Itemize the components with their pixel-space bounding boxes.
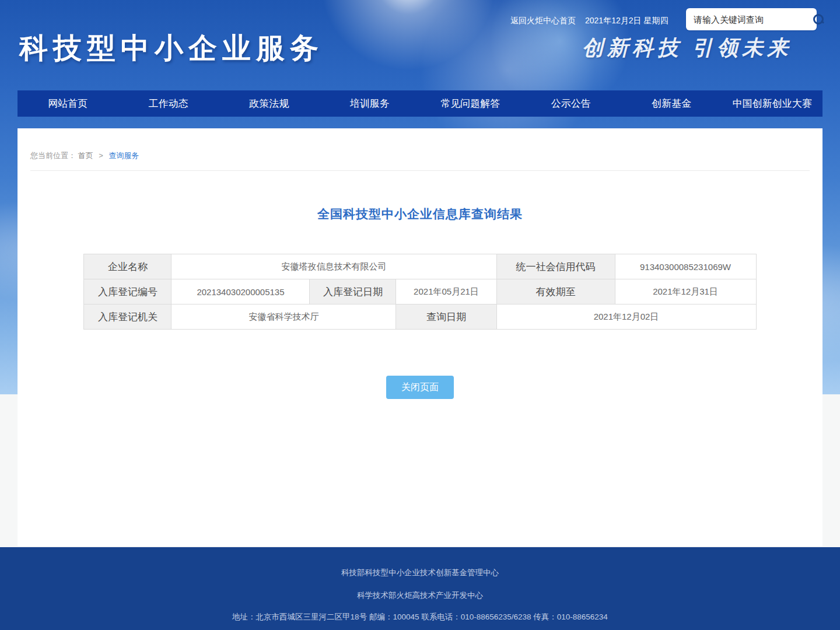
registration-date-value: 2021年05月21日 [396,279,496,304]
nav-item-faq[interactable]: 常见问题解答 [420,90,521,117]
main-navbar: 网站首页 工作动态 政策法规 培训服务 常见问题解答 公示公告 创新基金 中国创… [18,90,822,117]
footer-contact-line: 地址：北京市西城区三里河二区甲18号 邮编：100045 联系电话：010-88… [0,599,840,621]
query-date-value: 2021年12月02日 [496,304,756,330]
breadcrumb-home-link[interactable]: 首页 [78,151,93,160]
credit-code-value: 91340300085231069W [615,254,756,279]
site-logo[interactable]: 科技型中小企业服务 [19,29,324,68]
breadcrumb-separator: > [99,151,103,160]
breadcrumb: 您当前位置： 首页 > 查询服务 [18,128,822,161]
valid-until-label: 有效期至 [496,279,615,304]
footer-org-line-1: 科技部科技型中小企业技术创新基金管理中心 [0,547,840,577]
page-title: 全国科技型中小企业信息库查询结果 [18,206,822,222]
nav-item-work-updates[interactable]: 工作动态 [118,90,219,117]
content-panel: 您当前位置： 首页 > 查询服务 全国科技型中小企业信息库查询结果 企业名称 安… [18,128,822,546]
top-utility-bar: 返回火炬中心首页 2021年12月2日 星期四 [510,16,668,26]
query-date-label: 查询日期 [396,304,496,330]
nav-item-competition[interactable]: 中国创新创业大赛 [722,90,823,117]
table-row: 入库登记机关 安徽省科学技术厅 查询日期 2021年12月02日 [84,304,756,330]
search-input[interactable] [686,15,813,24]
nav-item-innovation-fund[interactable]: 创新基金 [621,90,722,117]
table-row: 企业名称 安徽塔孜信息技术有限公司 统一社会信用代码 9134030008523… [84,254,756,279]
search-button[interactable] [813,8,824,30]
registration-authority-value: 安徽省科学技术厅 [172,304,396,330]
registration-authority-label: 入库登记机关 [84,304,172,330]
company-name-label: 企业名称 [84,254,172,279]
table-row: 入库登记编号 202134030200005135 入库登记日期 2021年05… [84,279,756,304]
valid-until-value: 2021年12月31日 [615,279,756,304]
search-box [686,8,817,30]
result-table: 企业名称 安徽塔孜信息技术有限公司 统一社会信用代码 9134030008523… [83,254,756,330]
page: 返回火炬中心首页 2021年12月2日 星期四 科技型中小企业服务 创新科技 引… [0,0,840,630]
current-date-text: 2021年12月2日 星期四 [585,16,668,26]
company-name-value: 安徽塔孜信息技术有限公司 [172,254,496,279]
nav-item-home[interactable]: 网站首页 [18,90,118,117]
breadcrumb-prefix: 您当前位置： [30,151,76,160]
close-page-button[interactable]: 关闭页面 [386,376,454,399]
credit-code-label: 统一社会信用代码 [496,254,615,279]
search-icon [813,14,824,24]
site-slogan: 创新科技 引领未来 [582,34,816,62]
nav-item-policies[interactable]: 政策法规 [219,90,320,117]
footer: 科技部科技型中小企业技术创新基金管理中心 科学技术部火炬高技术产业开发中心 地址… [0,547,840,630]
footer-org-line-2: 科学技术部火炬高技术产业开发中心 [0,577,840,600]
breadcrumb-divider [30,170,810,171]
registration-number-value: 202134030200005135 [172,279,310,304]
torch-center-home-link[interactable]: 返回火炬中心首页 [510,16,576,26]
breadcrumb-current-link[interactable]: 查询服务 [108,151,139,160]
registration-date-label: 入库登记日期 [310,279,396,304]
registration-number-label: 入库登记编号 [84,279,172,304]
footer-filing-line: 京ICP备13019302号-1 京公网安备11010202007048 [0,621,840,630]
nav-item-training[interactable]: 培训服务 [320,90,421,117]
nav-item-announcements[interactable]: 公示公告 [521,90,622,117]
